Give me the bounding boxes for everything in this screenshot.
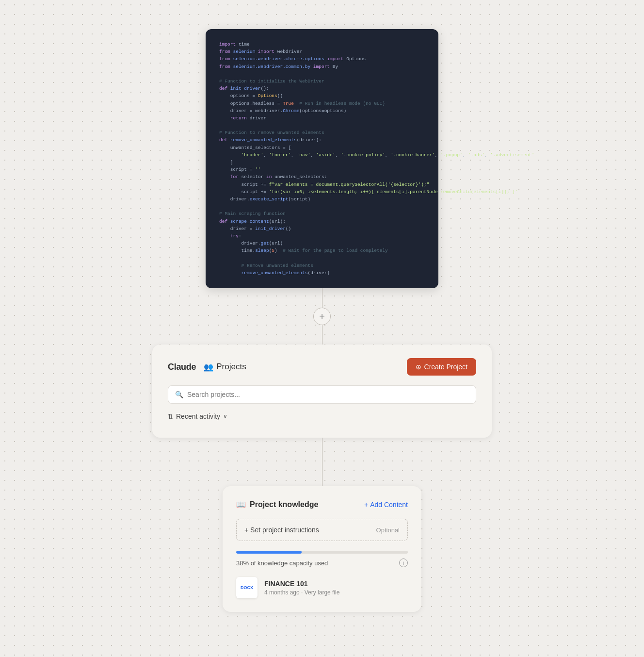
recent-activity-label: Recent activity	[176, 412, 220, 420]
projects-title-group: Claude 👥 Projects	[168, 362, 246, 372]
projects-header: Claude 👥 Projects ⊕ Create Project	[168, 358, 476, 376]
search-icon: 🔍	[175, 391, 183, 398]
sort-icon: ⇅	[168, 413, 173, 420]
app-logo: Claude	[168, 362, 196, 372]
code-content: import time from selenium import webdriv…	[219, 41, 425, 277]
projects-title: Projects	[216, 362, 246, 372]
projects-label: 👥 Projects	[204, 362, 246, 372]
projects-panel: Claude 👥 Projects ⊕ Create Project 🔍 ⇅ R…	[152, 345, 492, 438]
add-content-label: Add Content	[370, 501, 408, 509]
knowledge-title-label: Project knowledge	[250, 500, 318, 509]
docx-icon: DOCX	[236, 577, 258, 598]
add-content-prefix: +	[364, 501, 368, 509]
knowledge-panel: 📖 Project knowledge + Add Content + Set …	[223, 486, 421, 612]
search-input[interactable]	[187, 391, 469, 398]
connector-line-bottom	[322, 325, 322, 345]
connector-line-top	[322, 288, 322, 308]
file-info: FINANCE 101 4 months ago · Very large fi…	[264, 580, 339, 596]
create-project-label: Create Project	[424, 363, 467, 371]
book-icon: 📖	[236, 500, 246, 509]
capacity-text-row: 38% of knowledge capacity used i	[236, 558, 408, 567]
recent-activity-filter[interactable]: ⇅ Recent activity ∨	[168, 412, 476, 420]
set-instructions-item[interactable]: + Set project instructions Optional	[236, 519, 408, 541]
info-symbol: i	[403, 560, 404, 566]
long-connector	[322, 438, 322, 486]
file-name: FINANCE 101	[264, 580, 339, 588]
chevron-down-icon: ∨	[223, 413, 227, 420]
set-instructions-label: + Set project instructions	[244, 526, 319, 534]
add-content-button[interactable]: + Add Content	[364, 501, 408, 509]
knowledge-header: 📖 Project knowledge + Add Content	[236, 500, 408, 509]
capacity-section: 38% of knowledge capacity used i	[236, 551, 408, 567]
plus-icon: +	[319, 311, 325, 322]
file-item: DOCX FINANCE 101 4 months ago · Very lar…	[236, 577, 408, 598]
knowledge-title: 📖 Project knowledge	[236, 500, 318, 509]
capacity-bar-fill	[236, 551, 302, 554]
optional-label: Optional	[376, 526, 400, 534]
capacity-bar-background	[236, 551, 408, 554]
connector-top: +	[313, 288, 331, 345]
capacity-text: 38% of knowledge capacity used	[236, 559, 328, 567]
file-meta: 4 months ago · Very large file	[264, 589, 339, 596]
projects-icon: 👥	[204, 362, 213, 372]
docx-label: DOCX	[241, 585, 253, 590]
create-project-icon: ⊕	[416, 363, 421, 371]
search-bar[interactable]: 🔍	[168, 385, 476, 404]
add-node-button[interactable]: +	[313, 308, 331, 325]
code-card: import time from selenium import webdriv…	[206, 29, 438, 288]
create-project-button[interactable]: ⊕ Create Project	[407, 358, 476, 376]
info-icon-button[interactable]: i	[399, 558, 408, 567]
